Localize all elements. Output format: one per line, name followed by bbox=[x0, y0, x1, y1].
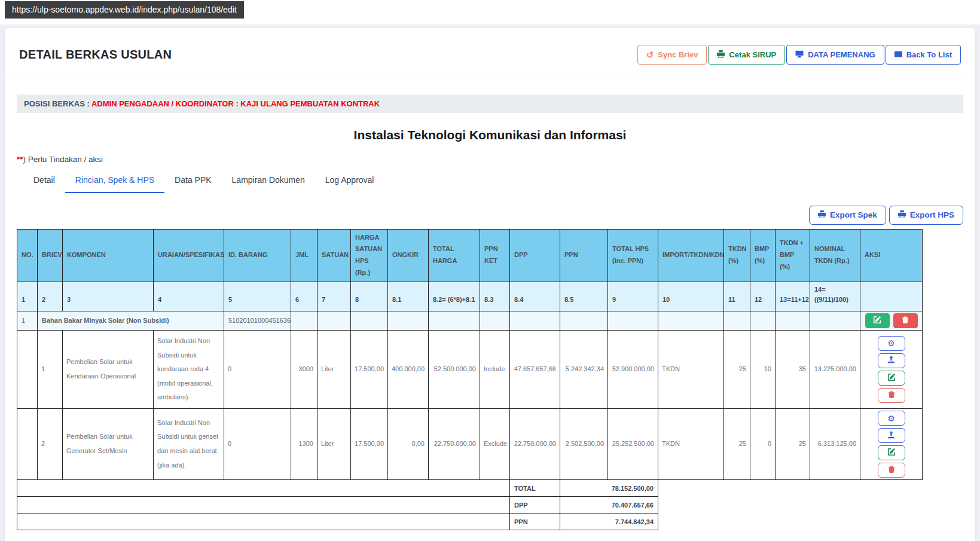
action-note: **) Perlu Tindakan / aksi bbox=[17, 155, 963, 164]
cell-briev: 2 bbox=[38, 409, 63, 480]
cell-bmp: 10 bbox=[750, 330, 776, 408]
cell-ongkir: 0,00 bbox=[388, 409, 429, 480]
gears-icon: ⚙ bbox=[887, 414, 895, 423]
page: https://ulp-soetomo.appdev.web.id/index.… bbox=[0, 0, 980, 541]
list-icon bbox=[894, 50, 902, 59]
posisi-berkas-bar: POSISI BERKAS : ADMIN PENGADAAN / KOORDI… bbox=[17, 94, 963, 113]
cetak-sirup-button[interactable]: Cetak SIRUP bbox=[708, 45, 785, 65]
col-num: 6 bbox=[291, 282, 317, 311]
cell-total-harga: 22.750.000,00 bbox=[429, 409, 480, 480]
col-num: 8.2= (6*8)+8.1 bbox=[429, 282, 480, 311]
page-title: DETAIL BERKAS USULAN bbox=[19, 48, 172, 62]
tab-detail[interactable]: Detail bbox=[23, 168, 65, 193]
cell-tkdn: 25 bbox=[724, 409, 750, 480]
col-header-briev: BRIEV bbox=[38, 229, 63, 282]
col-num: 3 bbox=[63, 282, 154, 311]
col-num: 9 bbox=[608, 282, 658, 311]
tab-rincian-spek-hps[interactable]: Rincian, Spek & HPS bbox=[65, 168, 164, 193]
cell-dpp: 22.750.000,00 bbox=[510, 409, 560, 480]
group-row: 1 Bahan Bakar Minyak Solar (Non Subsidi)… bbox=[17, 311, 923, 330]
footer-row-dpp: DPP 70.407.657,66 bbox=[17, 497, 923, 514]
group-delete-button[interactable] bbox=[893, 313, 918, 328]
table-row: 1 Pembelian Solar untuk Kendaraan Operas… bbox=[17, 330, 923, 408]
tab-log-approval[interactable]: Log Approval bbox=[315, 168, 384, 193]
col-num: 8 bbox=[351, 282, 388, 311]
trash-icon bbox=[888, 391, 895, 400]
cetak-sirup-label: Cetak SIRUP bbox=[729, 50, 776, 59]
cell-komponen: Pembelian Solar untuk Generator Set/Mesi… bbox=[63, 409, 154, 480]
col-header-tkdn: TKDN (%) bbox=[724, 229, 750, 282]
col-num: 8.5 bbox=[560, 282, 608, 311]
export-spek-button[interactable]: Export Spek bbox=[809, 206, 886, 225]
cell-tkdn: 25 bbox=[724, 330, 750, 408]
cell-bmp: 0 bbox=[750, 409, 776, 480]
col-header-total-harga: TOTAL HARGA bbox=[429, 229, 480, 282]
edit-icon bbox=[888, 374, 895, 383]
col-header-total-hps: TOTAL HPS (inc. PPN) bbox=[608, 229, 658, 282]
card-header: DETAIL BERKAS USULAN ↺ Sync Briev Cetak … bbox=[5, 28, 975, 78]
hps-table: NO. BRIEV KOMPONEN URAIAN/SPESIFIKASI ID… bbox=[17, 229, 923, 531]
row-edit-button[interactable] bbox=[878, 371, 905, 386]
history-icon: ↺ bbox=[646, 50, 654, 59]
print-icon bbox=[818, 210, 826, 220]
table-row: 2 Pembelian Solar untuk Generator Set/Me… bbox=[17, 409, 923, 480]
col-num: 4 bbox=[154, 282, 224, 311]
cell-uraian: Solar Industri Non Subsidi untuk kendara… bbox=[154, 330, 224, 408]
sync-briev-label: Sync Briev bbox=[658, 50, 698, 59]
row-delete-button[interactable] bbox=[878, 463, 905, 478]
footer-row-total: TOTAL 78.152.500,00 bbox=[17, 480, 923, 497]
col-header-harga-satuan: HARGA SATUAN HPS (Rp.) bbox=[351, 229, 388, 282]
col-header-uraian: URAIAN/SPESIFIKASI bbox=[154, 229, 224, 282]
tab-lampiran-dokumen[interactable]: Lampiran Dokumen bbox=[222, 168, 315, 193]
col-header-id-barang: ID. BARANG bbox=[224, 229, 291, 282]
footer-label: PPN bbox=[510, 514, 560, 530]
cell-dpp: 47.657.657,66 bbox=[510, 330, 560, 408]
cell-satuan: Liter bbox=[317, 409, 351, 480]
cell-harga-satuan: 17.500,00 bbox=[351, 409, 388, 480]
cell-ppn-ket: Include bbox=[480, 330, 510, 408]
column-number-row: 1 2 3 4 5 6 7 8 8.1 8.2= (6*8)+8.1 8.3 8… bbox=[17, 282, 923, 311]
row-upload-button[interactable] bbox=[878, 428, 905, 443]
trash-icon bbox=[888, 466, 895, 475]
group-name: Bahan Bakar Minyak Solar (Non Subsidi) bbox=[38, 311, 224, 330]
data-pemenang-label: DATA PEMENANG bbox=[808, 50, 875, 59]
cell-nominal-tkdn: 6.313.125,00 bbox=[810, 409, 860, 480]
cell-satuan: Liter bbox=[317, 330, 351, 408]
cell-nominal-tkdn: 13.225.000,00 bbox=[810, 330, 860, 408]
edit-icon bbox=[874, 316, 881, 325]
data-pemenang-button[interactable]: DATA PEMENANG bbox=[786, 45, 884, 65]
row-delete-button[interactable] bbox=[878, 388, 905, 403]
row-upload-button[interactable] bbox=[878, 353, 905, 368]
footer-value: 7.744.842,34 bbox=[560, 514, 658, 530]
col-header-ongkir: ONGKIR bbox=[388, 229, 429, 282]
sync-briev-button[interactable]: ↺ Sync Briev bbox=[637, 45, 707, 65]
upload-icon bbox=[887, 431, 895, 441]
group-aksi-cell bbox=[860, 311, 923, 330]
col-num bbox=[860, 282, 923, 311]
cell-ppn: 5.242.342,34 bbox=[560, 330, 608, 408]
col-header-dpp: DPP bbox=[510, 229, 560, 282]
back-to-list-label: Back To List bbox=[906, 50, 952, 59]
col-header-ppn-ket: PPN KET bbox=[480, 229, 510, 282]
col-num: 2 bbox=[38, 282, 63, 311]
cell-ongkir: 400.000,00 bbox=[388, 330, 429, 408]
table-wrapper: NO. BRIEV KOMPONEN URAIAN/SPESIFIKASI ID… bbox=[17, 229, 963, 531]
col-num: 5 bbox=[224, 282, 291, 311]
row-edit-button[interactable] bbox=[878, 445, 905, 460]
cell-ppn-ket: Exclude bbox=[480, 409, 510, 480]
cell-briev: 1 bbox=[38, 330, 63, 408]
row-config-button[interactable]: ⚙ bbox=[878, 411, 905, 426]
cell-import-tkdn: TKDN bbox=[658, 409, 724, 480]
cell-tkdn-bmp: 25 bbox=[776, 409, 810, 480]
export-spek-label: Export Spek bbox=[830, 210, 877, 219]
export-hps-button[interactable]: Export HPS bbox=[889, 206, 963, 225]
cell-id-barang: 0 bbox=[224, 409, 291, 480]
row-config-button[interactable]: ⚙ bbox=[878, 336, 905, 351]
back-to-list-button[interactable]: Back To List bbox=[886, 45, 961, 65]
col-header-no: NO. bbox=[17, 229, 38, 282]
main-card: DETAIL BERKAS USULAN ↺ Sync Briev Cetak … bbox=[5, 28, 975, 541]
col-num: 8.1 bbox=[388, 282, 429, 311]
tab-data-ppk[interactable]: Data PPK bbox=[164, 168, 221, 193]
group-edit-button[interactable] bbox=[865, 313, 890, 328]
col-header-nominal-tkdn: NOMINAL TKDN (Rp.) bbox=[810, 229, 860, 282]
